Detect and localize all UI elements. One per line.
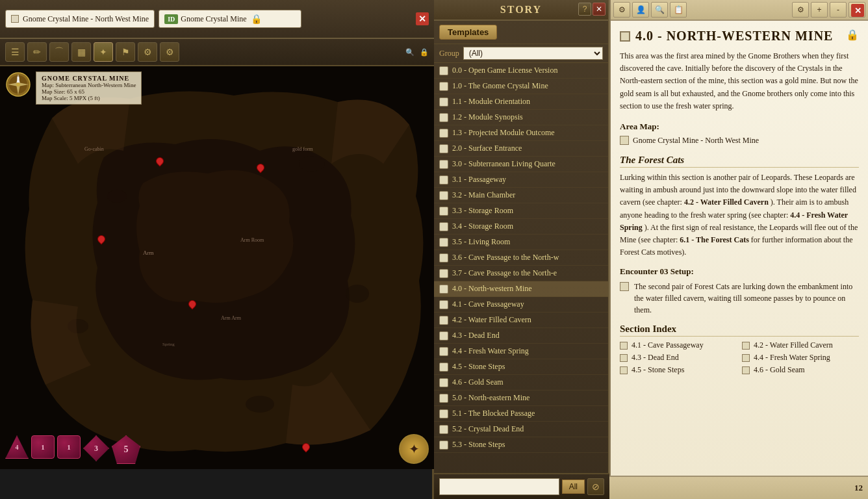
section-index-item[interactable]: 4.2 - Water Filled Cavern (742, 340, 859, 350)
grid-tool-button[interactable]: ▦ (71, 42, 91, 62)
settings-tool-button[interactable]: ⚙ (138, 42, 157, 62)
close-story-button[interactable]: ✕ (593, 3, 606, 16)
group-select[interactable]: (All) (463, 47, 603, 60)
story-list-item[interactable]: 1.0 - The Gnome Crystal Mine (434, 79, 608, 94)
area-map-checkbox[interactable] (620, 136, 629, 145)
story-item-checkbox[interactable] (439, 316, 448, 325)
story-list-item[interactable]: 4.0 - North-western Mine (434, 281, 608, 297)
story-item-checkbox[interactable] (439, 253, 448, 262)
die-d6-2[interactable]: 1 (57, 435, 81, 459)
rt-tool-2[interactable]: 👤 (632, 2, 649, 18)
story-item-checkbox[interactable] (439, 425, 448, 434)
map-title-box[interactable]: Gnome Crystal Mine - North West Mine (5, 10, 155, 28)
all-button[interactable]: All (562, 480, 585, 494)
story-list-item[interactable]: 5.2 - Crystal Dead End (434, 422, 608, 437)
index-checkbox[interactable] (620, 366, 628, 374)
section-index-item[interactable]: 4.1 - Cave Passageway (620, 340, 737, 350)
story-item-checkbox[interactable] (439, 97, 448, 107)
index-checkbox[interactable] (742, 354, 750, 362)
close-left-panel-button[interactable]: ✕ (416, 12, 429, 25)
section-index-item[interactable]: 4.3 - Dead End (620, 353, 737, 363)
die-d8[interactable]: 3 (83, 435, 109, 461)
story-item-checkbox[interactable] (439, 300, 448, 309)
rt-tool-1[interactable]: ⚙ (613, 2, 630, 18)
story-list-item[interactable]: 4.5 - Stone Steps (434, 359, 608, 375)
index-checkbox[interactable] (620, 354, 628, 362)
curve-tool-button[interactable]: ⌒ (49, 42, 69, 62)
story-list-item[interactable]: 3.7 - Cave Passage to the North-e (434, 266, 608, 281)
story-list-item[interactable]: 1.2 - Module Synopsis (434, 110, 608, 125)
story-list-item[interactable]: 4.1 - Cave Passageway (434, 297, 608, 313)
die-d4[interactable]: 4 (5, 435, 29, 459)
story-item-checkbox[interactable] (439, 113, 448, 122)
story-list-item[interactable]: 4.3 - Dead End (434, 328, 608, 344)
help-button[interactable]: ? (578, 3, 591, 16)
story-item-checkbox[interactable] (439, 160, 448, 169)
section-index-item[interactable]: 4.5 - Stone Steps (620, 365, 737, 375)
section-index-item[interactable]: 4.6 - Gold Seam (742, 365, 859, 375)
story-item-checkbox[interactable] (439, 394, 448, 403)
story-list-item[interactable]: 5.3 - Stone Steps (434, 437, 608, 453)
content-title-checkbox[interactable] (620, 31, 630, 42)
story-list-item[interactable]: 3.6 - Cave Passage to the North-w (434, 250, 608, 266)
map-id-box[interactable]: ID Gnome Crystal Mine 🔒 (159, 10, 301, 28)
story-list-item[interactable]: 3.2 - Main Chamber (434, 188, 608, 203)
story-list-item[interactable]: 3.0 - Subterranean Living Quarte (434, 157, 608, 172)
fc-link-1[interactable]: 4.2 - Water Filled Cavern (684, 198, 769, 207)
select-tool-button[interactable]: ✦ (94, 42, 113, 62)
story-list-item[interactable]: 0.0 - Open Game License Version (434, 63, 608, 79)
story-item-checkbox[interactable] (439, 222, 448, 231)
die-d6-1[interactable]: 1 (31, 435, 55, 459)
rt-tool-add[interactable]: + (811, 2, 828, 18)
filter-button[interactable]: ⊘ (587, 478, 604, 495)
index-checkbox[interactable] (742, 342, 750, 350)
story-item-checkbox[interactable] (439, 175, 448, 185)
die-d10[interactable]: 5 (112, 435, 140, 464)
fc-link-3[interactable]: 6.1 - The Forest Cats (680, 235, 749, 244)
story-item-checkbox[interactable] (439, 144, 448, 153)
section-index-item[interactable]: 4.4 - Fresh Water Spring (742, 353, 859, 363)
story-item-checkbox[interactable] (439, 285, 448, 294)
map-canvas[interactable]: Arm Arm Room Arm Arm Spring Go-cabin gol… (0, 66, 434, 469)
story-item-checkbox[interactable] (439, 82, 448, 91)
area-map-item[interactable]: Gnome Crystal Mine - North West Mine (620, 134, 859, 147)
story-item-checkbox[interactable] (439, 191, 448, 200)
story-item-checkbox[interactable] (439, 66, 448, 75)
story-list-item[interactable]: 5.1 - The Blocked Passage (434, 406, 608, 422)
story-list[interactable]: 0.0 - Open Game License Version 1.0 - Th… (434, 63, 608, 471)
story-list-item[interactable]: 2.0 - Surface Entrance (434, 141, 608, 157)
rt-tool-5[interactable]: ⚙ (792, 2, 809, 18)
map-checkbox[interactable] (11, 15, 19, 23)
story-list-item[interactable]: 4.4 - Fresh Water Spring (434, 344, 608, 359)
story-search-input[interactable] (439, 478, 559, 495)
story-item-checkbox[interactable] (439, 347, 448, 356)
map-navigation-icon[interactable]: ✦ (399, 434, 429, 464)
index-checkbox[interactable] (742, 366, 750, 374)
story-item-checkbox[interactable] (439, 378, 448, 387)
rt-tool-minus[interactable]: - (830, 2, 847, 18)
story-list-item[interactable]: 3.1 - Passageway (434, 172, 608, 188)
story-list-item[interactable]: 3.3 - Storage Room (434, 203, 608, 219)
encounter-checkbox[interactable] (620, 282, 629, 291)
story-item-checkbox[interactable] (439, 207, 448, 216)
story-item-checkbox[interactable] (439, 129, 448, 138)
story-list-item[interactable]: 5.0 - North-eastern Mine (434, 390, 608, 406)
rt-tool-4[interactable]: 📋 (670, 2, 687, 18)
story-list-item[interactable]: 1.3 - Projected Module Outcome (434, 125, 608, 141)
flag-tool-button[interactable]: ⚑ (116, 42, 135, 62)
index-checkbox[interactable] (620, 342, 628, 350)
draw-tool-button[interactable]: ✏ (27, 42, 47, 62)
menu-tool-button[interactable]: ☰ (5, 42, 25, 62)
story-item-checkbox[interactable] (439, 363, 448, 372)
story-list-item[interactable]: 4.6 - Gold Seam (434, 375, 608, 390)
story-item-checkbox[interactable] (439, 441, 448, 450)
story-item-checkbox[interactable] (439, 238, 448, 247)
story-item-checkbox[interactable] (439, 331, 448, 340)
rt-tool-3[interactable]: 🔍 (651, 2, 668, 18)
story-list-item[interactable]: 3.5 - Living Room (434, 235, 608, 250)
story-list-item[interactable]: 1.1 - Module Orientation (434, 94, 608, 110)
story-item-checkbox[interactable] (439, 409, 448, 418)
right-content[interactable]: 4.0 - North-western Mine 🔒 ✕ This area w… (611, 21, 868, 476)
story-list-item[interactable]: 3.4 - Storage Room (434, 219, 608, 235)
templates-tab-button[interactable]: Templates (439, 25, 497, 40)
